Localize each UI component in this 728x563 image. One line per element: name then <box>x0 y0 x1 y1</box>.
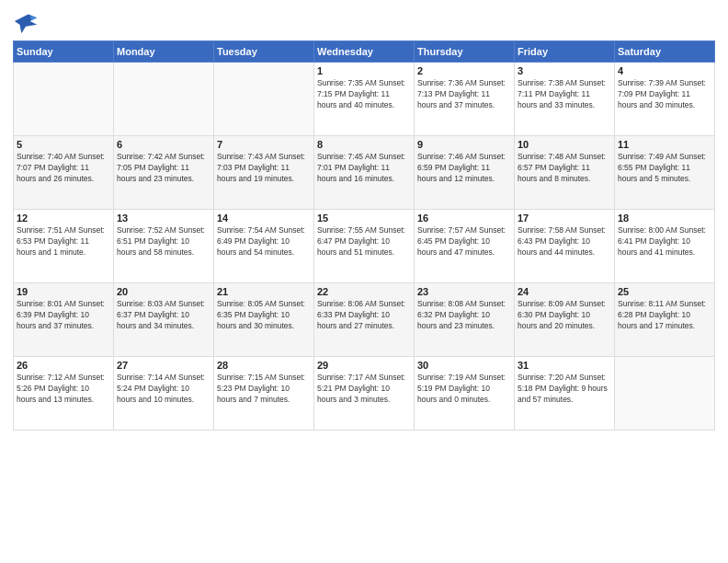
calendar-cell: 9Sunrise: 7:46 AM Sunset: 6:59 PM Daylig… <box>415 136 515 210</box>
day-number: 19 <box>17 286 110 297</box>
calendar-cell: 16Sunrise: 7:57 AM Sunset: 6:45 PM Dayli… <box>415 210 515 283</box>
calendar-cell: 19Sunrise: 8:01 AM Sunset: 6:39 PM Dayli… <box>14 283 114 357</box>
weekday-header: Monday <box>114 41 214 63</box>
calendar-cell: 27Sunrise: 7:14 AM Sunset: 5:24 PM Dayli… <box>114 357 214 431</box>
weekday-header: Sunday <box>14 41 114 63</box>
calendar-table: SundayMondayTuesdayWednesdayThursdayFrid… <box>13 40 715 431</box>
logo-icon <box>13 9 39 35</box>
calendar-cell: 1Sunrise: 7:35 AM Sunset: 7:15 PM Daylig… <box>314 63 415 136</box>
day-number: 30 <box>417 360 511 371</box>
weekday-row: SundayMondayTuesdayWednesdayThursdayFrid… <box>14 41 715 63</box>
day-number: 8 <box>317 139 411 150</box>
day-info: Sunrise: 7:52 AM Sunset: 6:51 PM Dayligh… <box>117 225 210 259</box>
day-number: 21 <box>217 286 311 297</box>
day-info: Sunrise: 7:40 AM Sunset: 7:07 PM Dayligh… <box>17 152 110 185</box>
logo <box>13 9 42 35</box>
day-info: Sunrise: 7:54 AM Sunset: 6:49 PM Dayligh… <box>217 225 311 259</box>
calendar-body: 1Sunrise: 7:35 AM Sunset: 7:15 PM Daylig… <box>14 63 715 431</box>
day-info: Sunrise: 7:45 AM Sunset: 7:01 PM Dayligh… <box>317 152 411 185</box>
calendar-week: 19Sunrise: 8:01 AM Sunset: 6:39 PM Dayli… <box>14 283 715 357</box>
day-info: Sunrise: 7:58 AM Sunset: 6:43 PM Dayligh… <box>518 225 611 259</box>
day-info: Sunrise: 7:46 AM Sunset: 6:59 PM Dayligh… <box>417 152 511 185</box>
day-number: 5 <box>17 139 110 150</box>
day-info: Sunrise: 7:55 AM Sunset: 6:47 PM Dayligh… <box>317 225 411 259</box>
day-number: 28 <box>217 360 311 371</box>
calendar-cell: 21Sunrise: 8:05 AM Sunset: 6:35 PM Dayli… <box>214 283 314 357</box>
calendar-cell <box>214 63 314 136</box>
day-number: 6 <box>117 139 210 150</box>
day-number: 20 <box>117 286 210 297</box>
day-number: 23 <box>417 286 511 297</box>
day-number: 10 <box>518 139 611 150</box>
day-number: 22 <box>317 286 411 297</box>
day-info: Sunrise: 7:35 AM Sunset: 7:15 PM Dayligh… <box>317 78 411 111</box>
day-number: 7 <box>217 139 311 150</box>
calendar-cell: 29Sunrise: 7:17 AM Sunset: 5:21 PM Dayli… <box>314 357 415 431</box>
page: SundayMondayTuesdayWednesdayThursdayFrid… <box>0 0 728 563</box>
day-number: 18 <box>618 213 711 224</box>
day-number: 1 <box>317 65 411 76</box>
calendar-cell: 12Sunrise: 7:51 AM Sunset: 6:53 PM Dayli… <box>14 210 114 283</box>
day-info: Sunrise: 8:03 AM Sunset: 6:37 PM Dayligh… <box>117 299 210 332</box>
day-number: 2 <box>417 65 511 76</box>
day-info: Sunrise: 8:08 AM Sunset: 6:32 PM Dayligh… <box>417 299 511 332</box>
day-info: Sunrise: 7:51 AM Sunset: 6:53 PM Dayligh… <box>17 225 110 259</box>
calendar-cell: 25Sunrise: 8:11 AM Sunset: 6:28 PM Dayli… <box>615 283 715 357</box>
day-number: 29 <box>317 360 411 371</box>
calendar-cell: 24Sunrise: 8:09 AM Sunset: 6:30 PM Dayli… <box>515 283 615 357</box>
calendar-cell: 14Sunrise: 7:54 AM Sunset: 6:49 PM Dayli… <box>214 210 314 283</box>
calendar-cell: 2Sunrise: 7:36 AM Sunset: 7:13 PM Daylig… <box>415 63 515 136</box>
day-info: Sunrise: 7:39 AM Sunset: 7:09 PM Dayligh… <box>618 78 711 111</box>
day-number: 15 <box>317 213 411 224</box>
day-info: Sunrise: 7:19 AM Sunset: 5:19 PM Dayligh… <box>417 373 511 406</box>
calendar-cell: 30Sunrise: 7:19 AM Sunset: 5:19 PM Dayli… <box>415 357 515 431</box>
day-number: 31 <box>518 360 611 371</box>
calendar-cell: 7Sunrise: 7:43 AM Sunset: 7:03 PM Daylig… <box>214 136 314 210</box>
calendar-cell <box>114 63 214 136</box>
day-info: Sunrise: 8:06 AM Sunset: 6:33 PM Dayligh… <box>317 299 411 332</box>
calendar-cell: 15Sunrise: 7:55 AM Sunset: 6:47 PM Dayli… <box>314 210 415 283</box>
weekday-header: Thursday <box>415 41 515 63</box>
calendar-cell: 4Sunrise: 7:39 AM Sunset: 7:09 PM Daylig… <box>615 63 715 136</box>
calendar-cell: 28Sunrise: 7:15 AM Sunset: 5:23 PM Dayli… <box>214 357 314 431</box>
day-info: Sunrise: 7:15 AM Sunset: 5:23 PM Dayligh… <box>217 373 311 406</box>
day-number: 12 <box>17 213 110 224</box>
day-info: Sunrise: 7:38 AM Sunset: 7:11 PM Dayligh… <box>518 78 611 111</box>
day-info: Sunrise: 7:20 AM Sunset: 5:18 PM Dayligh… <box>518 373 611 406</box>
day-info: Sunrise: 7:48 AM Sunset: 6:57 PM Dayligh… <box>518 152 611 185</box>
day-number: 11 <box>618 139 711 150</box>
calendar-cell: 22Sunrise: 8:06 AM Sunset: 6:33 PM Dayli… <box>314 283 415 357</box>
calendar-week: 12Sunrise: 7:51 AM Sunset: 6:53 PM Dayli… <box>14 210 715 283</box>
calendar-cell: 18Sunrise: 8:00 AM Sunset: 6:41 PM Dayli… <box>615 210 715 283</box>
day-number: 27 <box>117 360 210 371</box>
calendar-cell <box>615 357 715 431</box>
calendar-cell: 17Sunrise: 7:58 AM Sunset: 6:43 PM Dayli… <box>515 210 615 283</box>
day-number: 14 <box>217 213 311 224</box>
day-number: 3 <box>518 65 611 76</box>
calendar-cell: 11Sunrise: 7:49 AM Sunset: 6:55 PM Dayli… <box>615 136 715 210</box>
calendar-cell: 10Sunrise: 7:48 AM Sunset: 6:57 PM Dayli… <box>515 136 615 210</box>
day-info: Sunrise: 7:43 AM Sunset: 7:03 PM Dayligh… <box>217 152 311 185</box>
day-number: 24 <box>518 286 611 297</box>
calendar-cell: 5Sunrise: 7:40 AM Sunset: 7:07 PM Daylig… <box>14 136 114 210</box>
day-info: Sunrise: 7:14 AM Sunset: 5:24 PM Dayligh… <box>117 373 210 406</box>
day-info: Sunrise: 8:00 AM Sunset: 6:41 PM Dayligh… <box>618 225 711 259</box>
day-number: 13 <box>117 213 210 224</box>
day-info: Sunrise: 8:11 AM Sunset: 6:28 PM Dayligh… <box>618 299 711 332</box>
calendar-cell: 20Sunrise: 8:03 AM Sunset: 6:37 PM Dayli… <box>114 283 214 357</box>
calendar-cell: 26Sunrise: 7:12 AM Sunset: 5:26 PM Dayli… <box>14 357 114 431</box>
day-info: Sunrise: 7:36 AM Sunset: 7:13 PM Dayligh… <box>417 78 511 111</box>
calendar-cell: 13Sunrise: 7:52 AM Sunset: 6:51 PM Dayli… <box>114 210 214 283</box>
day-info: Sunrise: 7:42 AM Sunset: 7:05 PM Dayligh… <box>117 152 210 185</box>
header <box>13 9 715 35</box>
weekday-header: Saturday <box>615 41 715 63</box>
calendar-week: 26Sunrise: 7:12 AM Sunset: 5:26 PM Dayli… <box>14 357 715 431</box>
day-info: Sunrise: 8:09 AM Sunset: 6:30 PM Dayligh… <box>518 299 611 332</box>
calendar-cell <box>14 63 114 136</box>
calendar-cell: 3Sunrise: 7:38 AM Sunset: 7:11 PM Daylig… <box>515 63 615 136</box>
calendar-cell: 23Sunrise: 8:08 AM Sunset: 6:32 PM Dayli… <box>415 283 515 357</box>
calendar-week: 1Sunrise: 7:35 AM Sunset: 7:15 PM Daylig… <box>14 63 715 136</box>
weekday-header: Tuesday <box>214 41 314 63</box>
day-info: Sunrise: 7:17 AM Sunset: 5:21 PM Dayligh… <box>317 373 411 406</box>
day-number: 4 <box>618 65 711 76</box>
